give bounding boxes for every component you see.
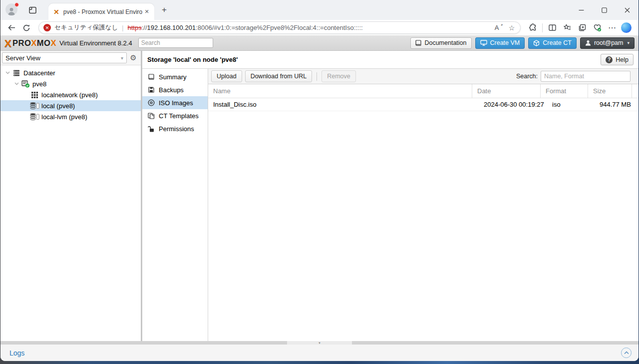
browser-tab[interactable]: ✕ pve8 - Proxmox Virtual Environment ✕ <box>48 3 154 20</box>
person-icon <box>7 6 16 15</box>
logs-expand-button[interactable] <box>621 348 632 358</box>
header-actions: Documentation Create VM Create CT root@p… <box>410 37 635 49</box>
help-label: Help <box>616 56 629 63</box>
storage-icon <box>29 113 39 120</box>
save-icon <box>147 87 155 93</box>
tree-item-local[interactable]: local (pve8) <box>0 100 141 111</box>
version-label: Virtual Environment 8.2.4 <box>59 39 132 47</box>
toolbar-divider <box>542 23 543 32</box>
omnibox-divider: | <box>122 24 123 31</box>
section-menu: Summary Backups ISO Images CT Templates <box>142 69 208 341</box>
browser-essentials-icon[interactable] <box>590 21 604 34</box>
browser-toolbar: ✕ セキュリティ保護なし | https://192.168.100.201:8… <box>0 20 639 35</box>
url-scheme: https <box>127 24 141 31</box>
column-header-name[interactable]: Name <box>208 84 472 98</box>
content-main: Summary Backups ISO Images CT Templates <box>142 69 639 341</box>
tree-settings-button[interactable]: ⚙ <box>127 52 140 63</box>
column-header-size[interactable]: Size <box>588 84 632 98</box>
extensions-icon[interactable] <box>526 21 540 34</box>
menu-item-summary[interactable]: Summary <box>142 70 208 83</box>
cell-size: 944.77 MB <box>595 101 639 108</box>
logs-panel-header[interactable]: Logs <box>0 345 639 361</box>
menu-item-permissions[interactable]: Permissions <box>142 122 208 135</box>
global-search-input[interactable] <box>138 38 213 48</box>
favorites-bar-icon[interactable] <box>560 21 574 34</box>
refresh-icon[interactable] <box>19 21 33 34</box>
tab-actions-icon[interactable] <box>25 3 39 17</box>
logs-splitter[interactable]: ▾ <box>0 341 639 345</box>
not-secure-badge-icon[interactable]: ✕ <box>43 24 51 31</box>
address-bar[interactable]: ✕ セキュリティ保護なし | https://192.168.100.201:8… <box>38 21 521 34</box>
view-selector-value: Server View <box>5 54 40 62</box>
content-titlebar: Storage 'local' on node 'pve8' ? Help <box>142 51 639 69</box>
menu-item-ct-templates[interactable]: CT Templates <box>142 109 208 122</box>
tree-item-pve8[interactable]: pve8 <box>0 78 141 89</box>
menu-item-label: Backups <box>159 86 184 94</box>
grid-empty-area <box>208 111 639 341</box>
create-ct-button[interactable]: Create CT <box>528 37 577 49</box>
view-selector[interactable]: Server View ▾ <box>2 52 127 63</box>
view-selector-row: Server View ▾ ⚙ <box>0 51 141 65</box>
create-ct-label: Create CT <box>543 39 572 46</box>
grid-toolbar: Upload Download from URL Remove Search: <box>208 69 639 84</box>
menu-item-label: Summary <box>159 73 187 81</box>
cube-icon <box>533 40 540 46</box>
download-from-url-button[interactable]: Download from URL <box>245 70 313 82</box>
column-header-date[interactable]: Date <box>472 84 540 98</box>
book-icon <box>415 40 421 46</box>
grid-header: Name Date Format Size <box>208 84 639 98</box>
collapse-icon: ▾ <box>319 341 320 345</box>
table-row[interactable]: Install_Disc.iso 2024-06-30 00:19:27 iso… <box>208 98 639 111</box>
proxmox-logo[interactable]: X PROXMOX <box>4 38 56 48</box>
proxmox-wordmark: PROXMOX <box>12 38 56 48</box>
profile-button[interactable] <box>5 3 18 16</box>
splitter-drag-handle[interactable]: ▾ <box>287 341 352 345</box>
tree-item-label: localnetwork (pve8) <box>41 91 98 99</box>
help-button[interactable]: ? Help <box>601 54 634 65</box>
url-rest: :8006/#v1:0:=storage%2Fpve8%2Flocal:4::=… <box>196 24 363 31</box>
copilot-icon[interactable] <box>621 22 632 33</box>
maximize-button[interactable] <box>593 0 616 20</box>
close-button[interactable] <box>616 0 639 20</box>
settings-more-icon[interactable]: ⋯ <box>605 21 619 34</box>
tree-item-local-lvm[interactable]: local-lvm (pve8) <box>0 111 141 122</box>
expander-icon[interactable] <box>12 82 20 85</box>
toolbar-separator <box>317 72 317 81</box>
upload-button[interactable]: Upload <box>211 70 242 82</box>
user-icon <box>585 40 591 46</box>
column-header-format[interactable]: Format <box>540 84 588 98</box>
split-screen-icon[interactable] <box>545 21 559 34</box>
menu-item-iso-images[interactable]: ISO Images <box>142 96 208 109</box>
browser-window: ✕ pve8 - Proxmox Virtual Environment ✕ +… <box>0 0 639 361</box>
read-aloud-icon[interactable]: A〞 <box>492 22 505 33</box>
chevron-down-icon: ▾ <box>121 55 123 61</box>
create-vm-button[interactable]: Create VM <box>475 37 525 49</box>
grid-search-input[interactable] <box>541 71 631 82</box>
browser-titlebar: ✕ pve8 - Proxmox Virtual Environment ✕ + <box>0 0 639 20</box>
iso-grid-panel: Upload Download from URL Remove Search: … <box>208 69 639 341</box>
menu-item-backups[interactable]: Backups <box>142 83 208 96</box>
documentation-button[interactable]: Documentation <box>410 37 471 49</box>
remove-button[interactable]: Remove <box>321 70 356 82</box>
create-vm-label: Create VM <box>490 39 520 46</box>
network-icon <box>29 92 39 98</box>
expander-icon[interactable] <box>3 71 11 74</box>
tree-item-localnetwork[interactable]: localnetwork (pve8) <box>0 89 141 100</box>
logs-title[interactable]: Logs <box>9 349 24 357</box>
menu-item-label: ISO Images <box>159 99 193 107</box>
tree-item-datacenter[interactable]: Datacenter <box>0 67 141 78</box>
tree-item-label: local (pve8) <box>41 102 75 110</box>
node-icon <box>20 80 30 88</box>
user-menu-button[interactable]: root@pam ▾ <box>580 37 635 49</box>
book-icon <box>147 74 155 80</box>
monitor-icon <box>480 40 487 46</box>
collections-icon[interactable] <box>575 21 589 34</box>
cell-name: Install_Disc.iso <box>208 101 479 108</box>
new-tab-button[interactable]: + <box>157 3 171 17</box>
datacenter-icon <box>11 70 21 76</box>
back-icon[interactable] <box>4 21 18 34</box>
tab-close-icon[interactable]: ✕ <box>142 7 151 16</box>
favorite-star-icon[interactable]: ☆ <box>505 22 518 33</box>
url-text: https://192.168.100.201:8006/#v1:0:=stor… <box>127 24 492 31</box>
minimize-button[interactable] <box>570 0 593 20</box>
